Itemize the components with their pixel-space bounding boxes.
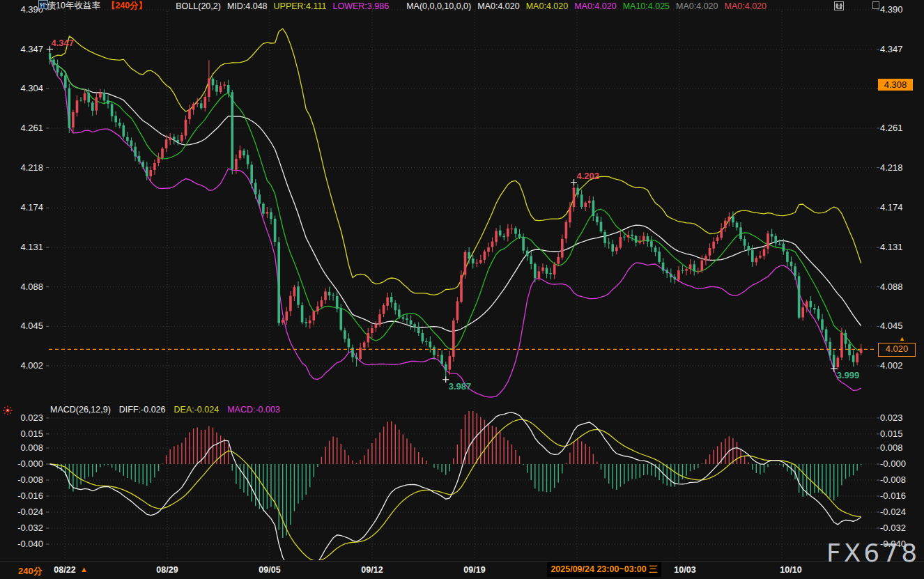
macd-axis-right-label: -0.016	[880, 491, 906, 501]
price-axis-left-label: 4.390	[0, 5, 43, 15]
price-axis-left-label: 4.088	[0, 282, 43, 292]
ma-value: MA0:4.020	[676, 1, 718, 11]
current-price-marker-icon: ▲	[899, 335, 905, 342]
ma-value: MA0:4.020	[725, 1, 767, 11]
macd-dea-value: DEA:-0.024	[174, 405, 220, 415]
macd-diff-value: DIFF:-0.026	[119, 405, 166, 415]
boll-lower-value: LOWER:3.986	[333, 1, 390, 11]
price-axis-right-label: 4.045	[880, 321, 903, 331]
price-axis-right-label: 4.131	[880, 242, 903, 252]
ma-indicator-icon[interactable]	[395, 1, 405, 10]
header: 美债10年收益率 【240分】 BOLL(20,2) MID:4.048 UPP…	[38, 0, 779, 12]
price-axis-right-label: 4.002	[880, 361, 903, 371]
boll-mid-value: MID:4.048	[227, 1, 268, 11]
price-axis-left-label: 4.002	[0, 361, 43, 371]
price-axis-right-label: 4.347	[880, 45, 903, 54]
date-axis-label: 10/10	[780, 565, 801, 575]
macd-settings-sun-icon[interactable]	[2, 405, 13, 416]
date-axis-label: 09/19	[463, 565, 485, 575]
boll-label: BOLL(20,2)	[176, 1, 221, 11]
price-axis-right-label: 4.174	[880, 203, 903, 213]
price-axis-left-label: 4.174	[0, 203, 43, 213]
price-axis-left-label: 4.218	[0, 163, 43, 173]
boll-indicator-icon[interactable]	[164, 1, 174, 10]
watermark: FX678	[826, 539, 920, 567]
macd-axis-right-label: 0.015	[880, 429, 903, 439]
price-axis-right-label: 4.390	[880, 5, 903, 15]
macd-axis-right-label: -0.000	[880, 459, 906, 469]
scroll-handle[interactable]	[872, 1, 879, 9]
macd-axis-right-label: 0.008	[880, 443, 903, 453]
boll-upper-value: UPPER:4.111	[274, 1, 327, 11]
macd-axis-right-label: -0.008	[880, 475, 906, 485]
macd-axis-right-label: -0.024	[880, 507, 906, 517]
ma-value: MA10:4.025	[623, 1, 670, 11]
date-axis-label: 09/05	[259, 565, 280, 575]
date-axis-label: 10/03	[674, 565, 695, 575]
macd-axis-left-label: 0.015	[0, 429, 43, 439]
reference-price-label: 4.308	[878, 79, 913, 91]
footer-period-label[interactable]: 240分	[18, 565, 43, 578]
current-price-label: 4.020	[878, 343, 916, 357]
price-annotation: 3.987	[449, 381, 472, 392]
price-axis-right-label: 4.261	[880, 123, 903, 133]
price-annotation: 3.999	[837, 370, 860, 380]
price-axis-left-label: 4.347	[0, 45, 43, 54]
macd-axis-left-label: -0.008	[0, 475, 43, 485]
chart-canvas[interactable]	[0, 0, 924, 579]
date-axis-label: 09/12	[361, 565, 383, 575]
macd-legend: MACD(26,12,9) DIFF:-0.026 DEA:-0.024 MAC…	[50, 405, 288, 415]
price-axis-right-label: 4.218	[880, 163, 903, 173]
add-indicator-icon[interactable]	[153, 1, 163, 10]
macd-axis-right-label: 0.023	[880, 413, 903, 423]
ma-value: MA0:4.020	[574, 1, 616, 11]
macd-axis-left-label: -0.000	[0, 459, 43, 469]
macd-axis-left-label: -0.032	[0, 523, 43, 533]
chart-window: 美债10年收益率 【240分】 BOLL(20,2) MID:4.048 UPP…	[0, 0, 924, 579]
date-axis-label: 08/22	[54, 565, 75, 575]
ma-value: MA0:4.020	[477, 1, 519, 11]
price-axis-left-label: 4.304	[0, 84, 43, 93]
price-axis-left-label: 4.045	[0, 321, 43, 331]
period-label: 【240分】	[107, 0, 147, 12]
macd-axis-left-label: -0.024	[0, 507, 43, 517]
time-axis: 240分 ▲ 08/2208/2909/0509/1209/1910/0310/…	[0, 561, 924, 579]
ma-values: MA0:4.020MA0:4.020MA0:4.020MA10:4.025MA0…	[477, 1, 773, 11]
price-axis-left-label: 4.261	[0, 123, 43, 133]
macd-macd-value: MACD:-0.003	[227, 405, 280, 415]
macd-params-label: MACD(26,12,9)	[50, 405, 111, 415]
macd-axis-right-label: -0.032	[880, 523, 906, 533]
date-axis-label: 08/29	[156, 565, 178, 575]
price-axis-right-label: 4.088	[880, 282, 903, 292]
price-annotation: 4.202	[577, 171, 600, 181]
price-axis-left-label: 4.131	[0, 242, 43, 252]
ma-label: MA(0,0,0,10,0,0)	[406, 1, 471, 11]
macd-axis-left-label: 0.008	[0, 443, 43, 453]
ma-value: MA0:4.020	[526, 1, 568, 11]
pan-right-icon[interactable]	[834, 1, 844, 10]
footer-period-arrow-icon[interactable]: ▲	[80, 565, 88, 573]
macd-axis-left-label: -0.016	[0, 491, 43, 501]
macd-axis-left-label: -0.040	[0, 539, 43, 549]
highlighted-date-label: 2025/09/24 23:00~03:00 三	[547, 562, 661, 577]
price-annotation: 4.347	[52, 38, 75, 48]
